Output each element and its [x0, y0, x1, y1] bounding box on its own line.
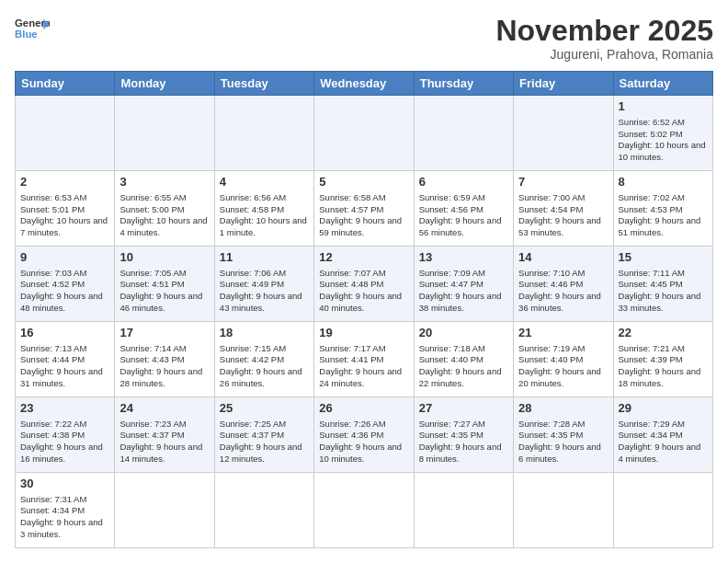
page: General Blue November 2025 Jugureni, Pra… — [0, 0, 728, 563]
day-number: 30 — [20, 476, 109, 492]
calendar-cell: 18Sunrise: 7:15 AM Sunset: 4:42 PM Dayli… — [214, 322, 313, 397]
calendar-cell — [613, 473, 712, 548]
day-info: Sunrise: 7:15 AM Sunset: 4:42 PM Dayligh… — [220, 343, 302, 388]
location: Jugureni, Prahova, Romania — [495, 47, 713, 62]
day-number: 13 — [419, 249, 508, 266]
day-info: Sunrise: 7:03 AM Sunset: 4:52 PM Dayligh… — [20, 268, 103, 313]
day-info: Sunrise: 6:56 AM Sunset: 4:58 PM Dayligh… — [220, 192, 307, 237]
calendar-cell: 10Sunrise: 7:05 AM Sunset: 4:51 PM Dayli… — [115, 247, 214, 322]
calendar-body: 1Sunrise: 6:52 AM Sunset: 5:02 PM Daylig… — [16, 96, 713, 548]
weekday-header-saturday: Saturday — [613, 72, 712, 96]
day-info: Sunrise: 7:06 AM Sunset: 4:49 PM Dayligh… — [220, 268, 302, 313]
calendar-cell: 16Sunrise: 7:13 AM Sunset: 4:44 PM Dayli… — [16, 322, 115, 397]
day-info: Sunrise: 7:13 AM Sunset: 4:44 PM Dayligh… — [20, 343, 103, 388]
month-title: November 2025 — [495, 15, 713, 47]
day-number: 2 — [20, 174, 109, 190]
calendar-week-row: 2Sunrise: 6:53 AM Sunset: 5:01 PM Daylig… — [16, 171, 713, 247]
calendar-cell: 11Sunrise: 7:06 AM Sunset: 4:49 PM Dayli… — [214, 247, 313, 322]
day-info: Sunrise: 6:59 AM Sunset: 4:56 PM Dayligh… — [419, 192, 502, 237]
title-area: November 2025 Jugureni, Prahova, Romania — [495, 15, 713, 62]
weekday-header-row: SundayMondayTuesdayWednesdayThursdayFrid… — [16, 72, 713, 96]
calendar-cell: 17Sunrise: 7:14 AM Sunset: 4:43 PM Dayli… — [115, 322, 214, 397]
day-info: Sunrise: 7:00 AM Sunset: 4:54 PM Dayligh… — [518, 192, 601, 237]
day-info: Sunrise: 6:52 AM Sunset: 5:02 PM Dayligh… — [619, 117, 706, 162]
weekday-header-wednesday: Wednesday — [314, 72, 414, 96]
calendar-cell: 30Sunrise: 7:31 AM Sunset: 4:34 PM Dayli… — [16, 473, 115, 548]
day-number: 9 — [20, 249, 109, 266]
day-number: 11 — [220, 249, 309, 266]
day-number: 15 — [619, 249, 708, 266]
calendar-cell: 6Sunrise: 6:59 AM Sunset: 4:56 PM Daylig… — [414, 171, 513, 247]
day-info: Sunrise: 6:58 AM Sunset: 4:57 PM Dayligh… — [319, 192, 402, 237]
day-number: 29 — [619, 400, 708, 417]
day-number: 14 — [518, 249, 608, 266]
day-info: Sunrise: 7:10 AM Sunset: 4:46 PM Dayligh… — [518, 268, 601, 313]
calendar-cell: 29Sunrise: 7:29 AM Sunset: 4:34 PM Dayli… — [613, 397, 712, 473]
calendar-cell: 5Sunrise: 6:58 AM Sunset: 4:57 PM Daylig… — [314, 171, 414, 247]
calendar-cell — [115, 96, 214, 171]
calendar-cell: 3Sunrise: 6:55 AM Sunset: 5:00 PM Daylig… — [115, 171, 214, 247]
weekday-header-thursday: Thursday — [414, 72, 513, 96]
calendar-cell — [414, 96, 513, 171]
calendar-week-row: 16Sunrise: 7:13 AM Sunset: 4:44 PM Dayli… — [16, 322, 713, 397]
day-number: 19 — [319, 325, 408, 341]
weekday-header-tuesday: Tuesday — [214, 72, 313, 96]
calendar-cell: 4Sunrise: 6:56 AM Sunset: 4:58 PM Daylig… — [214, 171, 313, 247]
day-number: 1 — [619, 98, 708, 115]
day-number: 7 — [518, 174, 608, 190]
calendar-cell — [414, 473, 513, 548]
calendar-week-row: 23Sunrise: 7:22 AM Sunset: 4:38 PM Dayli… — [16, 397, 713, 473]
calendar-cell: 8Sunrise: 7:02 AM Sunset: 4:53 PM Daylig… — [613, 171, 712, 247]
calendar-cell — [16, 96, 115, 171]
day-number: 8 — [619, 174, 708, 190]
calendar-cell — [314, 96, 414, 171]
logo: General Blue — [15, 15, 50, 42]
day-number: 21 — [518, 325, 608, 341]
calendar-cell: 12Sunrise: 7:07 AM Sunset: 4:48 PM Dayli… — [314, 247, 414, 322]
calendar-cell: 15Sunrise: 7:11 AM Sunset: 4:45 PM Dayli… — [613, 247, 712, 322]
calendar-cell: 13Sunrise: 7:09 AM Sunset: 4:47 PM Dayli… — [414, 247, 513, 322]
calendar-cell: 9Sunrise: 7:03 AM Sunset: 4:52 PM Daylig… — [16, 247, 115, 322]
calendar-week-row: 1Sunrise: 6:52 AM Sunset: 5:02 PM Daylig… — [16, 96, 713, 171]
day-info: Sunrise: 6:53 AM Sunset: 5:01 PM Dayligh… — [20, 192, 108, 237]
day-number: 16 — [20, 325, 109, 341]
day-info: Sunrise: 7:27 AM Sunset: 4:35 PM Dayligh… — [419, 419, 502, 464]
day-number: 18 — [220, 325, 309, 341]
day-info: Sunrise: 7:02 AM Sunset: 4:53 PM Dayligh… — [619, 192, 701, 237]
weekday-header-monday: Monday — [115, 72, 214, 96]
day-info: Sunrise: 7:25 AM Sunset: 4:37 PM Dayligh… — [220, 419, 302, 464]
day-info: Sunrise: 6:55 AM Sunset: 5:00 PM Dayligh… — [119, 192, 207, 237]
header: General Blue November 2025 Jugureni, Pra… — [15, 15, 713, 62]
calendar-cell: 27Sunrise: 7:27 AM Sunset: 4:35 PM Dayli… — [414, 397, 513, 473]
day-info: Sunrise: 7:07 AM Sunset: 4:48 PM Dayligh… — [319, 268, 402, 313]
calendar-cell: 24Sunrise: 7:23 AM Sunset: 4:37 PM Dayli… — [115, 397, 214, 473]
calendar-cell — [115, 473, 214, 548]
svg-text:Blue: Blue — [15, 29, 38, 40]
calendar-cell: 25Sunrise: 7:25 AM Sunset: 4:37 PM Dayli… — [214, 397, 313, 473]
day-info: Sunrise: 7:14 AM Sunset: 4:43 PM Dayligh… — [119, 343, 202, 388]
day-info: Sunrise: 7:28 AM Sunset: 4:35 PM Dayligh… — [518, 419, 601, 464]
calendar-week-row: 9Sunrise: 7:03 AM Sunset: 4:52 PM Daylig… — [16, 247, 713, 322]
calendar-cell: 14Sunrise: 7:10 AM Sunset: 4:46 PM Dayli… — [514, 247, 613, 322]
day-number: 10 — [119, 249, 209, 266]
calendar-cell — [214, 96, 313, 171]
day-info: Sunrise: 7:26 AM Sunset: 4:36 PM Dayligh… — [319, 419, 402, 464]
day-number: 24 — [119, 400, 209, 417]
day-info: Sunrise: 7:17 AM Sunset: 4:41 PM Dayligh… — [319, 343, 402, 388]
weekday-header-friday: Friday — [514, 72, 613, 96]
day-number: 26 — [319, 400, 408, 417]
day-number: 22 — [619, 325, 708, 341]
day-info: Sunrise: 7:31 AM Sunset: 4:34 PM Dayligh… — [20, 494, 103, 539]
day-number: 20 — [419, 325, 508, 341]
day-info: Sunrise: 7:22 AM Sunset: 4:38 PM Dayligh… — [20, 419, 103, 464]
calendar-cell — [214, 473, 313, 548]
calendar-cell: 21Sunrise: 7:19 AM Sunset: 4:40 PM Dayli… — [514, 322, 613, 397]
day-info: Sunrise: 7:05 AM Sunset: 4:51 PM Dayligh… — [119, 268, 202, 313]
calendar-table: SundayMondayTuesdayWednesdayThursdayFrid… — [15, 71, 713, 548]
day-info: Sunrise: 7:29 AM Sunset: 4:34 PM Dayligh… — [619, 419, 701, 464]
day-info: Sunrise: 7:23 AM Sunset: 4:37 PM Dayligh… — [119, 419, 202, 464]
day-number: 12 — [319, 249, 408, 266]
day-number: 5 — [319, 174, 408, 190]
calendar-cell: 28Sunrise: 7:28 AM Sunset: 4:35 PM Dayli… — [514, 397, 613, 473]
generalblue-icon: General Blue — [15, 15, 50, 42]
